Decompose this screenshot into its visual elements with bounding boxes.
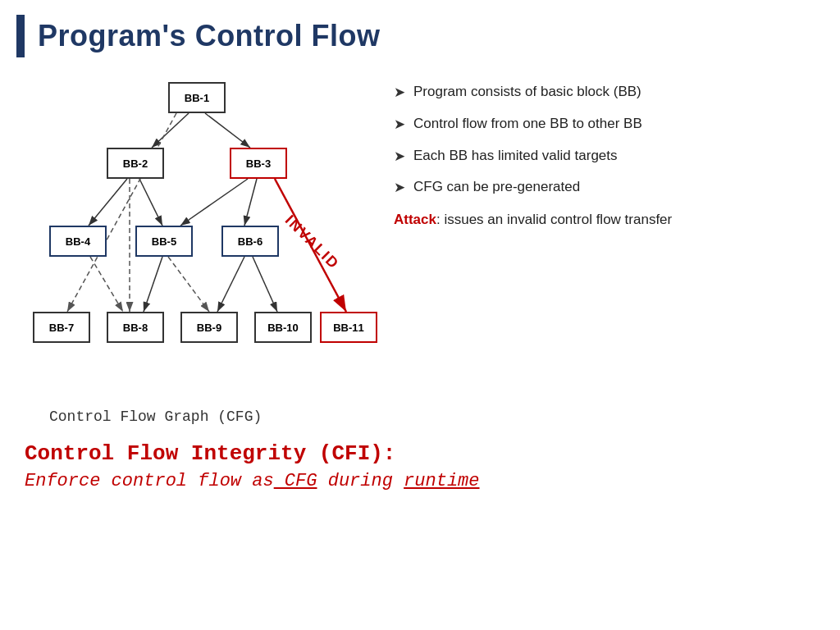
bullet-arrow-3: ➤ <box>394 147 405 167</box>
bb-node-1: BB-1 <box>168 82 226 113</box>
cfg-caption: Control Flow Graph (CFG) <box>25 409 369 425</box>
bullet-item-1: ➤ Program consists of basic block (BB) <box>394 82 815 103</box>
bullets-area: ➤ Program consists of basic block (BB) ➤… <box>394 74 815 425</box>
svg-line-10 <box>168 257 209 312</box>
cfi-runtime: runtime <box>404 471 479 491</box>
cfi-section: Control Flow Integrity (CFI): Enforce co… <box>0 425 840 491</box>
cfi-middle: control flow <box>100 471 252 491</box>
header: Program's Control Flow <box>0 0 840 66</box>
header-accent-bar <box>16 15 25 57</box>
svg-line-0 <box>152 113 189 148</box>
svg-line-12 <box>253 257 277 312</box>
invalid-label: INVALID <box>281 212 343 273</box>
bullet-text-1: Program consists of basic block (BB) <box>413 82 641 102</box>
cfi-cfg: CFG <box>274 471 317 491</box>
bb-node-10: BB-10 <box>254 312 312 343</box>
svg-line-8 <box>90 257 123 312</box>
bullet-arrow-1: ➤ <box>394 83 405 103</box>
bullet-text-3: Each BB has limited valid targets <box>413 146 618 166</box>
bullet-arrow-4: ➤ <box>394 178 405 198</box>
bb-node-5: BB-5 <box>135 226 193 257</box>
cfi-enforce: Enforce <box>25 471 100 491</box>
bb-node-9: BB-9 <box>180 312 238 343</box>
attack-line: Attack: issues an invalid control flow t… <box>394 209 815 231</box>
bullet-item-2: ➤ Control flow from one BB to other BB <box>394 114 815 135</box>
bb-node-6: BB-6 <box>221 226 279 257</box>
bb-node-3: BB-3 <box>230 148 287 179</box>
cfi-title: Control Flow Integrity (CFI): <box>25 441 815 466</box>
cfg-area: BB-1 BB-2 BB-3 BB-4 BB-5 BB-6 BB-7 BB-8 … <box>25 74 369 425</box>
main-content: BB-1 BB-2 BB-3 BB-4 BB-5 BB-6 BB-7 BB-8 … <box>0 66 840 425</box>
bullet-text-4: CFG can be pre-generated <box>413 177 580 197</box>
attack-word: Attack <box>394 212 436 227</box>
bb-node-2: BB-2 <box>107 148 164 179</box>
bb-node-8: BB-8 <box>107 312 164 343</box>
cfi-subtitle: Enforce control flow as CFG during runti… <box>25 471 815 491</box>
bullet-text-2: Control flow from one BB to other BB <box>413 114 642 134</box>
svg-line-3 <box>139 179 162 226</box>
page-title: Program's Control Flow <box>38 19 381 53</box>
svg-line-4 <box>180 179 248 226</box>
bb-node-4: BB-4 <box>49 226 107 257</box>
svg-line-9 <box>144 257 162 312</box>
svg-line-2 <box>89 179 127 226</box>
svg-line-1 <box>205 113 250 148</box>
bullet-item-3: ➤ Each BB has limited valid targets <box>394 146 815 167</box>
cfi-during: during <box>317 471 404 491</box>
cfg-diagram: BB-1 BB-2 BB-3 BB-4 BB-5 BB-6 BB-7 BB-8 … <box>25 74 369 402</box>
svg-line-11 <box>217 257 244 312</box>
attack-text: issues an invalid control flow transfer <box>441 212 673 227</box>
bullet-arrow-2: ➤ <box>394 115 405 135</box>
bullet-item-4: ➤ CFG can be pre-generated <box>394 177 815 198</box>
bb-node-11: BB-11 <box>320 312 377 343</box>
cfi-as: as <box>252 471 273 491</box>
svg-line-6 <box>67 113 176 312</box>
svg-line-5 <box>244 179 257 226</box>
bb-node-7: BB-7 <box>33 312 90 343</box>
